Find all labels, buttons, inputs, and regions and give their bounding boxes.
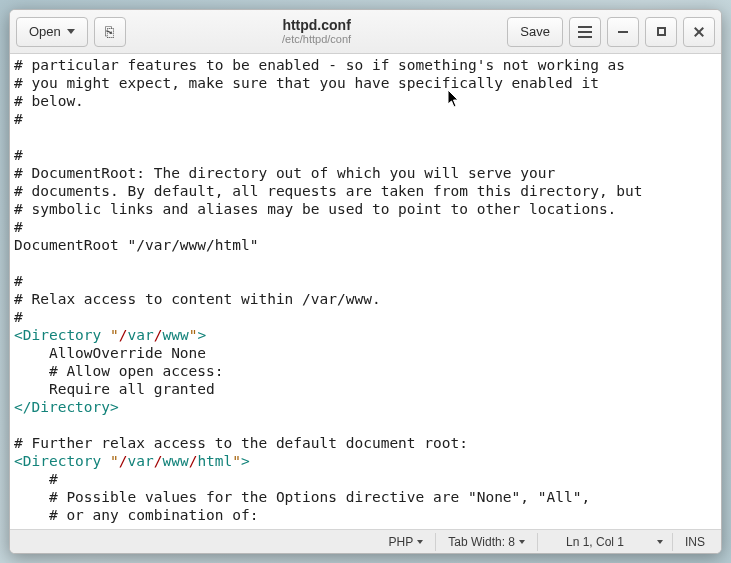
editor-area: # particular features to be enabled - so… xyxy=(10,54,721,529)
maximize-icon xyxy=(657,27,666,36)
save-button[interactable]: Save xyxy=(507,17,563,47)
minimize-button[interactable] xyxy=(607,17,639,47)
separator xyxy=(435,533,436,551)
language-selector[interactable]: PHP xyxy=(379,535,434,549)
separator xyxy=(672,533,673,551)
insert-mode[interactable]: INS xyxy=(675,535,721,549)
tab-width-label: Tab Width: 8 xyxy=(448,535,515,549)
chevron-down-icon xyxy=(417,540,423,544)
separator xyxy=(537,533,538,551)
editor-window: Open ⎘ httpd.conf /etc/httpd/conf Save xyxy=(9,9,722,554)
new-tab-button[interactable]: ⎘ xyxy=(94,17,126,47)
save-label: Save xyxy=(520,24,550,39)
status-menu[interactable] xyxy=(650,540,670,544)
tab-width-selector[interactable]: Tab Width: 8 xyxy=(438,535,535,549)
cursor-position-label: Ln 1, Col 1 xyxy=(566,535,624,549)
minimize-icon xyxy=(618,31,628,33)
close-button[interactable] xyxy=(683,17,715,47)
close-icon xyxy=(693,26,705,38)
document-title: httpd.conf xyxy=(132,18,502,33)
maximize-button[interactable] xyxy=(645,17,677,47)
open-button[interactable]: Open xyxy=(16,17,88,47)
language-label: PHP xyxy=(389,535,414,549)
status-bar: PHP Tab Width: 8 Ln 1, Col 1 INS xyxy=(10,529,721,553)
cursor-position[interactable]: Ln 1, Col 1 xyxy=(540,535,650,549)
document-path: /etc/httpd/conf xyxy=(132,33,502,45)
chevron-down-icon xyxy=(519,540,525,544)
header-bar: Open ⎘ httpd.conf /etc/httpd/conf Save xyxy=(10,10,721,54)
chevron-down-icon xyxy=(657,540,663,544)
title-block: httpd.conf /etc/httpd/conf xyxy=(132,18,502,45)
header-right: Save xyxy=(507,17,715,47)
open-label: Open xyxy=(29,24,61,39)
insert-mode-label: INS xyxy=(685,535,705,549)
menu-button[interactable] xyxy=(569,17,601,47)
hamburger-icon xyxy=(578,26,592,38)
text-editor[interactable]: # particular features to be enabled - so… xyxy=(10,54,721,529)
chevron-down-icon xyxy=(67,29,75,34)
new-document-icon: ⎘ xyxy=(105,23,114,40)
